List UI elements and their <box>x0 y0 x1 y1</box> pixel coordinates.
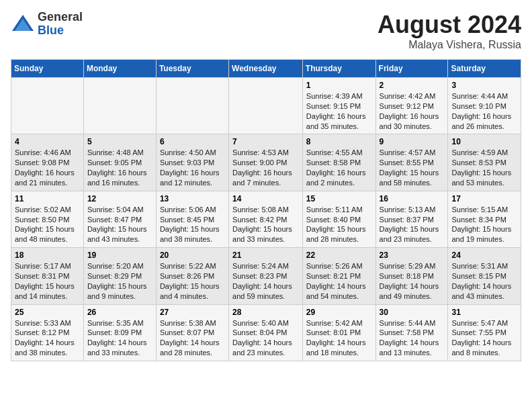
day-number: 9 <box>380 137 445 146</box>
table-row: 19Sunrise: 5:20 AM Sunset: 8:29 PM Dayli… <box>83 248 156 304</box>
day-info: Sunrise: 5:15 AM Sunset: 8:34 PM Dayligh… <box>451 205 517 244</box>
main-title: August 2024 <box>378 11 521 39</box>
logo-general: General <box>38 10 83 24</box>
col-wednesday: Wednesday <box>229 60 303 78</box>
day-number: 22 <box>306 250 372 260</box>
day-info: Sunrise: 5:22 AM Sunset: 8:26 PM Dayligh… <box>160 261 225 301</box>
calendar-table: Sunday Monday Tuesday Wednesday Thursday… <box>11 59 521 361</box>
table-row: 1Sunrise: 4:39 AM Sunset: 9:15 PM Daylig… <box>302 78 375 134</box>
calendar-header: Sunday Monday Tuesday Wednesday Thursday… <box>11 60 521 78</box>
day-info: Sunrise: 5:40 AM Sunset: 8:04 PM Dayligh… <box>232 318 299 358</box>
week-row-3: 11Sunrise: 5:02 AM Sunset: 8:50 PM Dayli… <box>11 191 521 247</box>
day-number: 3 <box>451 81 517 90</box>
col-sunday: Sunday <box>11 60 84 78</box>
day-info: Sunrise: 5:26 AM Sunset: 8:21 PM Dayligh… <box>306 261 372 301</box>
day-number: 28 <box>232 308 299 317</box>
day-info: Sunrise: 5:29 AM Sunset: 8:18 PM Dayligh… <box>380 261 445 301</box>
table-row: 10Sunrise: 4:59 AM Sunset: 8:53 PM Dayli… <box>448 134 521 191</box>
table-row: 18Sunrise: 5:17 AM Sunset: 8:31 PM Dayli… <box>11 248 84 304</box>
day-number: 25 <box>15 308 80 317</box>
day-info: Sunrise: 5:47 AM Sunset: 7:55 PM Dayligh… <box>451 318 517 358</box>
day-info: Sunrise: 5:33 AM Sunset: 8:12 PM Dayligh… <box>15 318 80 358</box>
day-number: 11 <box>15 194 80 203</box>
table-row: 29Sunrise: 5:42 AM Sunset: 8:01 PM Dayli… <box>302 304 375 361</box>
day-info: Sunrise: 4:44 AM Sunset: 9:10 PM Dayligh… <box>451 91 517 131</box>
day-number: 6 <box>160 137 225 146</box>
table-row: 30Sunrise: 5:44 AM Sunset: 7:58 PM Dayli… <box>375 304 448 361</box>
day-info: Sunrise: 5:20 AM Sunset: 8:29 PM Dayligh… <box>87 261 152 301</box>
col-monday: Monday <box>83 60 156 78</box>
table-row: 17Sunrise: 5:15 AM Sunset: 8:34 PM Dayli… <box>448 191 521 247</box>
week-row-4: 18Sunrise: 5:17 AM Sunset: 8:31 PM Dayli… <box>11 248 521 304</box>
table-row: 21Sunrise: 5:24 AM Sunset: 8:23 PM Dayli… <box>229 248 303 304</box>
table-row: 3Sunrise: 4:44 AM Sunset: 9:10 PM Daylig… <box>448 78 521 134</box>
day-number: 27 <box>160 308 225 317</box>
day-info: Sunrise: 4:50 AM Sunset: 9:03 PM Dayligh… <box>160 148 225 187</box>
day-number: 15 <box>306 194 372 203</box>
day-info: Sunrise: 4:46 AM Sunset: 9:08 PM Dayligh… <box>15 148 80 187</box>
calendar-body: 1Sunrise: 4:39 AM Sunset: 9:15 PM Daylig… <box>11 78 521 361</box>
day-number: 8 <box>306 137 372 146</box>
day-info: Sunrise: 5:42 AM Sunset: 8:01 PM Dayligh… <box>306 318 372 358</box>
day-number: 2 <box>380 81 445 90</box>
logo-text: General Blue <box>38 11 83 38</box>
table-row <box>229 78 303 134</box>
col-friday: Friday <box>375 60 448 78</box>
table-row: 26Sunrise: 5:35 AM Sunset: 8:09 PM Dayli… <box>83 304 156 361</box>
day-info: Sunrise: 4:53 AM Sunset: 9:00 PM Dayligh… <box>232 148 299 187</box>
day-number: 5 <box>87 137 152 146</box>
table-row <box>11 78 84 134</box>
table-row: 27Sunrise: 5:38 AM Sunset: 8:07 PM Dayli… <box>156 304 228 361</box>
day-info: Sunrise: 5:31 AM Sunset: 8:15 PM Dayligh… <box>451 261 517 301</box>
day-info: Sunrise: 4:42 AM Sunset: 9:12 PM Dayligh… <box>380 91 445 131</box>
table-row: 11Sunrise: 5:02 AM Sunset: 8:50 PM Dayli… <box>11 191 84 247</box>
day-info: Sunrise: 4:39 AM Sunset: 9:15 PM Dayligh… <box>306 91 372 131</box>
table-row: 7Sunrise: 4:53 AM Sunset: 9:00 PM Daylig… <box>229 134 303 191</box>
day-info: Sunrise: 5:08 AM Sunset: 8:42 PM Dayligh… <box>232 205 299 244</box>
day-number: 7 <box>232 137 299 146</box>
table-row: 14Sunrise: 5:08 AM Sunset: 8:42 PM Dayli… <box>229 191 303 247</box>
day-info: Sunrise: 5:44 AM Sunset: 7:58 PM Dayligh… <box>380 318 445 358</box>
day-number: 23 <box>380 250 445 260</box>
day-number: 16 <box>380 194 445 203</box>
header-row: Sunday Monday Tuesday Wednesday Thursday… <box>11 60 521 78</box>
day-number: 17 <box>451 194 517 203</box>
table-row: 13Sunrise: 5:06 AM Sunset: 8:45 PM Dayli… <box>156 191 228 247</box>
day-info: Sunrise: 5:11 AM Sunset: 8:40 PM Dayligh… <box>306 205 372 244</box>
table-row: 6Sunrise: 4:50 AM Sunset: 9:03 PM Daylig… <box>156 134 228 191</box>
table-row <box>83 78 156 134</box>
table-row: 25Sunrise: 5:33 AM Sunset: 8:12 PM Dayli… <box>11 304 84 361</box>
table-row: 4Sunrise: 4:46 AM Sunset: 9:08 PM Daylig… <box>11 134 84 191</box>
table-row: 2Sunrise: 4:42 AM Sunset: 9:12 PM Daylig… <box>375 78 448 134</box>
day-number: 10 <box>451 137 517 146</box>
week-row-2: 4Sunrise: 4:46 AM Sunset: 9:08 PM Daylig… <box>11 134 521 191</box>
col-saturday: Saturday <box>448 60 521 78</box>
table-row: 12Sunrise: 5:04 AM Sunset: 8:47 PM Dayli… <box>83 191 156 247</box>
table-row: 9Sunrise: 4:57 AM Sunset: 8:55 PM Daylig… <box>375 134 448 191</box>
page-header: General Blue August 2024 Malaya Vishera,… <box>11 11 521 51</box>
col-tuesday: Tuesday <box>156 60 228 78</box>
logo-icon <box>11 12 35 36</box>
day-number: 30 <box>380 308 445 317</box>
day-info: Sunrise: 5:06 AM Sunset: 8:45 PM Dayligh… <box>160 205 225 244</box>
table-row <box>156 78 228 134</box>
day-number: 13 <box>160 194 225 203</box>
day-number: 21 <box>232 250 299 260</box>
day-info: Sunrise: 5:38 AM Sunset: 8:07 PM Dayligh… <box>160 318 225 358</box>
day-number: 20 <box>160 250 225 260</box>
table-row: 24Sunrise: 5:31 AM Sunset: 8:15 PM Dayli… <box>448 248 521 304</box>
day-number: 31 <box>451 308 517 317</box>
day-info: Sunrise: 4:57 AM Sunset: 8:55 PM Dayligh… <box>380 148 445 187</box>
subtitle: Malaya Vishera, Russia <box>378 39 521 51</box>
week-row-5: 25Sunrise: 5:33 AM Sunset: 8:12 PM Dayli… <box>11 304 521 361</box>
day-info: Sunrise: 4:59 AM Sunset: 8:53 PM Dayligh… <box>451 148 517 187</box>
day-info: Sunrise: 5:02 AM Sunset: 8:50 PM Dayligh… <box>15 205 80 244</box>
table-row: 15Sunrise: 5:11 AM Sunset: 8:40 PM Dayli… <box>302 191 375 247</box>
day-info: Sunrise: 5:35 AM Sunset: 8:09 PM Dayligh… <box>87 318 152 358</box>
col-thursday: Thursday <box>302 60 375 78</box>
week-row-1: 1Sunrise: 4:39 AM Sunset: 9:15 PM Daylig… <box>11 78 521 134</box>
day-number: 29 <box>306 308 372 317</box>
day-number: 12 <box>87 194 152 203</box>
table-row: 23Sunrise: 5:29 AM Sunset: 8:18 PM Dayli… <box>375 248 448 304</box>
day-number: 1 <box>306 81 372 90</box>
